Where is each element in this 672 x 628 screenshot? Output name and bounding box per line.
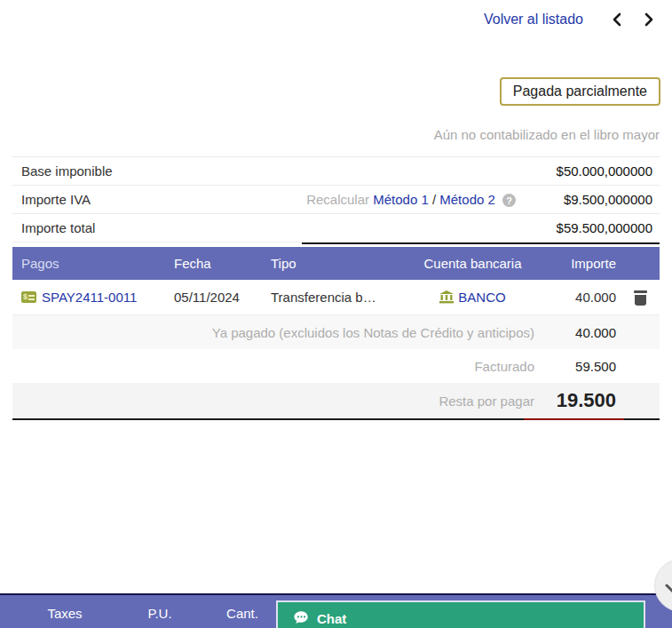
help-icon[interactable]: ? xyxy=(502,194,516,207)
header-unit-price: P.U. xyxy=(147,606,171,621)
chat-bubble-icon xyxy=(293,610,310,626)
summary-row-billed: Facturado 59.500 xyxy=(12,349,660,383)
chat-widget[interactable]: Chat xyxy=(276,600,645,628)
invoice-totals-table: Base imponible $50.000,000000 Importe IV… xyxy=(12,156,660,244)
payment-row: SPAY2411-0011 05/11/2024 Transferencia b… xyxy=(12,280,660,315)
table-row-vat: Importe IVA Recalcular Método 1 / Método… xyxy=(12,186,660,214)
status-badge: Pagada parcialmente xyxy=(500,77,660,106)
remain-to-pay-label: Resta por pagar xyxy=(12,393,542,409)
arrow-down-icon xyxy=(664,574,672,597)
payment-date: 05/11/2024 xyxy=(169,290,266,305)
recalc-method1-link[interactable]: Método 1 xyxy=(373,192,429,207)
header-type: Tipo xyxy=(266,256,404,271)
summary-row-paid: Ya pagado (excluidos los Notas de Crédit… xyxy=(12,315,660,349)
bank-account-link[interactable]: BANCO xyxy=(458,290,505,305)
back-to-list-link[interactable]: Volver al listado xyxy=(484,12,583,28)
chat-label: Chat xyxy=(317,611,346,626)
top-navigation: Volver al listado xyxy=(484,11,660,28)
base-label: Base imponible xyxy=(12,163,113,179)
total-label: Importe total xyxy=(12,220,95,235)
payments-bottom-rule xyxy=(12,418,660,420)
payment-ref-link[interactable]: SPAY2411-0011 xyxy=(42,290,137,305)
header-account: Cuenta bancaria xyxy=(404,256,542,271)
vat-amount: $9.500,000000 xyxy=(535,192,660,207)
vat-recalc-area: Recalcular Método 1 / Método 2 ? xyxy=(91,192,535,208)
header-quantity: Cant. xyxy=(226,606,258,621)
previous-arrow-button[interactable] xyxy=(606,11,628,28)
already-paid-label: Ya pagado (excluidos los Notas de Crédit… xyxy=(12,325,542,340)
trash-icon xyxy=(634,290,647,293)
billed-amount: 59.500 xyxy=(542,359,621,374)
recalc-method2-link[interactable]: Método 2 xyxy=(439,192,495,207)
vat-label: Importe IVA xyxy=(12,192,91,207)
chevron-left-icon xyxy=(611,12,623,27)
base-amount: $50.000,000000 xyxy=(535,163,660,179)
header-payments: Pagos xyxy=(12,256,169,271)
header-date: Fecha xyxy=(169,256,266,271)
payment-type: Transferencia b… xyxy=(266,290,404,305)
payment-icon xyxy=(21,291,36,303)
payments-table: Pagos Fecha Tipo Cuenta bancaria Importe… xyxy=(12,247,660,420)
header-taxes: Taxes xyxy=(47,606,82,621)
total-underline xyxy=(302,242,660,244)
remain-to-pay-amount: 19.500 xyxy=(542,389,621,412)
payment-amount: 40.000 xyxy=(542,290,621,305)
total-amount: $59.500,000000 xyxy=(535,220,660,235)
table-row-total: Importe total $59.500,000000 xyxy=(12,214,660,242)
already-paid-amount: 40.000 xyxy=(542,325,621,340)
bank-icon xyxy=(439,290,454,304)
payments-header-row: Pagos Fecha Tipo Cuenta bancaria Importe xyxy=(12,247,660,280)
chevron-right-icon xyxy=(643,12,655,27)
billed-label: Facturado xyxy=(12,359,542,374)
summary-row-remain: Resta por pagar 19.500 xyxy=(12,383,660,418)
next-arrow-button[interactable] xyxy=(638,11,660,28)
ledger-note: Aún no contabilizado en el libro mayor xyxy=(434,127,660,142)
delete-payment-button[interactable] xyxy=(634,290,647,306)
table-row-base: Base imponible $50.000,000000 xyxy=(12,157,660,186)
recalc-label: Recalcular xyxy=(306,192,369,207)
header-amount: Importe xyxy=(542,256,621,271)
